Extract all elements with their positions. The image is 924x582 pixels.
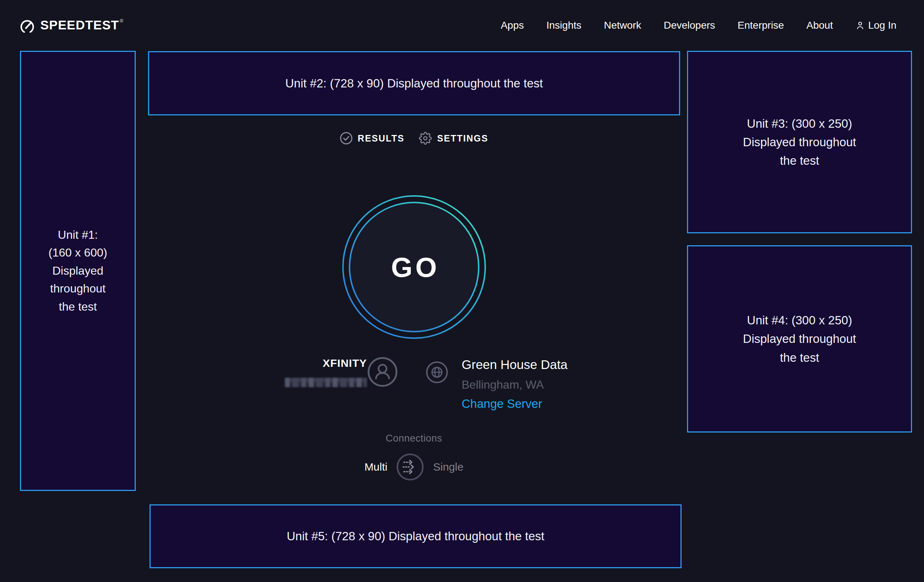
ad-unit-4[interactable]: Unit #4: (300 x 250) Displayed throughou… <box>687 245 912 432</box>
ad-unit-5-label: Unit #5: (728 x 90) Displayed throughout… <box>287 527 544 545</box>
tab-results-label: RESULTS <box>358 133 405 144</box>
speedtest-page: SPEEDTEST ® Apps Insights Network Develo… <box>0 0 924 582</box>
tab-results[interactable]: RESULTS <box>340 132 405 145</box>
server-name: Green House Data <box>462 357 568 373</box>
nav-item-apps[interactable]: Apps <box>501 20 524 31</box>
redacted-ip-address <box>285 378 367 387</box>
multi-connection-toggle-icon[interactable] <box>396 453 424 481</box>
ad-unit-1-label: Unit #1: (160 x 600) Displayed throughou… <box>49 226 107 316</box>
nav-item-about[interactable]: About <box>807 20 833 31</box>
nav-item-login[interactable]: Log In <box>855 20 896 31</box>
ad-unit-5[interactable]: Unit #5: (728 x 90) Displayed throughout… <box>150 505 681 568</box>
gear-icon <box>419 132 432 145</box>
logo-text: SPEEDTEST <box>40 16 119 35</box>
logo-trademark: ® <box>120 18 124 23</box>
main-nav: Apps Insights Network Developers Enterpr… <box>501 20 896 31</box>
tab-bar: RESULTS SETTINGS <box>138 131 690 145</box>
connections-label: Connections <box>386 433 442 444</box>
nav-item-network[interactable]: Network <box>604 20 641 31</box>
person-icon <box>367 357 398 387</box>
ad-unit-4-label: Unit #4: (300 x 250) Displayed throughou… <box>743 311 856 366</box>
navbar: SPEEDTEST ® Apps Insights Network Develo… <box>0 0 924 51</box>
login-label: Log In <box>868 20 896 31</box>
nav-item-developers[interactable]: Developers <box>664 20 715 31</box>
ad-unit-1[interactable]: Unit #1: (160 x 600) Displayed throughou… <box>20 51 136 491</box>
connections-toggle-row: Multi Single <box>365 453 464 481</box>
change-server-link[interactable]: Change Server <box>462 397 542 411</box>
speedometer-logo-icon <box>19 18 35 35</box>
connections-section: Connections Multi Single <box>138 433 690 481</box>
nav-item-insights[interactable]: Insights <box>546 20 582 31</box>
globe-icon <box>426 361 448 384</box>
connection-info-row: XFINITY Green House Data Bellingham, WA … <box>138 357 690 418</box>
go-button[interactable]: GO <box>338 191 490 343</box>
logo[interactable]: SPEEDTEST ® <box>19 16 124 35</box>
go-button-label: GO <box>338 191 490 343</box>
tab-settings[interactable]: SETTINGS <box>419 132 488 145</box>
server-block: Green House Data Bellingham, WA Change S… <box>462 357 568 411</box>
connections-multi-option[interactable]: Multi <box>365 461 387 473</box>
user-icon <box>855 21 865 30</box>
check-circle-icon <box>340 132 353 145</box>
tab-settings-label: SETTINGS <box>437 133 488 144</box>
isp-name: XFINITY <box>323 357 367 370</box>
ad-unit-3-label: Unit #3: (300 x 250) Displayed throughou… <box>743 114 856 170</box>
nav-item-enterprise[interactable]: Enterprise <box>738 20 784 31</box>
isp-block: XFINITY <box>276 357 367 387</box>
ad-unit-3[interactable]: Unit #3: (300 x 250) Displayed throughou… <box>687 51 912 233</box>
connections-single-option[interactable]: Single <box>433 461 463 473</box>
server-location: Bellingham, WA <box>462 378 544 391</box>
speedtest-main: RESULTS SETTINGS <box>138 51 690 505</box>
